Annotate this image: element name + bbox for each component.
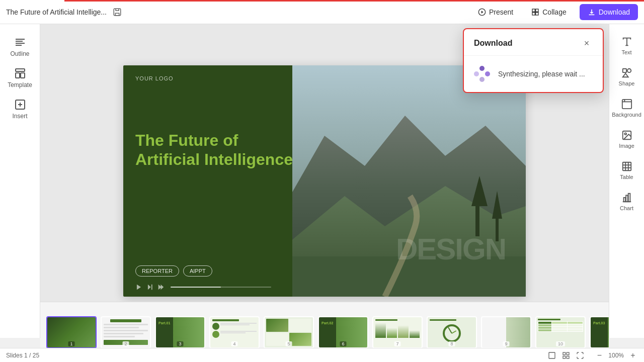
outline-label: Outline: [10, 50, 29, 57]
svg-point-35: [624, 133, 626, 135]
thumbnail-8[interactable]: 8: [427, 316, 477, 348]
shape-icon: [621, 67, 632, 78]
thumbnail-4[interactable]: 4: [209, 316, 260, 348]
left-sidebar: Outline Template Insert: [0, 24, 40, 338]
sidebar-item-insert[interactable]: Insert: [3, 95, 38, 124]
thumbnail-11[interactable]: Part.03 11: [590, 316, 609, 348]
slide-logo: YOUR LOGO: [135, 75, 174, 81]
svg-rect-11: [16, 69, 25, 71]
zoom-out-button[interactable]: −: [594, 350, 604, 360]
table-label: Table: [620, 174, 633, 180]
svg-rect-0: [114, 9, 121, 16]
modal-header: Download ×: [464, 29, 603, 56]
thumb-8-number: 8: [448, 341, 455, 346]
thumbnail-3[interactable]: Part.01 3: [155, 316, 205, 348]
svg-rect-44: [563, 356, 566, 358]
svg-rect-41: [549, 352, 555, 358]
thumbnail-6[interactable]: Part.02 6: [318, 316, 368, 348]
present-button[interactable]: Present: [473, 5, 518, 19]
insert-icon: [14, 99, 26, 111]
view-grid-icon: [562, 351, 570, 359]
slide-progress-fill: [171, 287, 221, 288]
right-sidebar-item-chart[interactable]: Chart: [612, 188, 642, 215]
shape-label: Shape: [619, 80, 635, 86]
download-label: Download: [599, 8, 630, 16]
svg-rect-4: [536, 9, 538, 12]
collage-icon: [531, 8, 539, 16]
modal-body: Synthesizing, please wait ...: [464, 56, 603, 92]
main-slide[interactable]: YOUR LOGO The Future of Artificial Intel…: [123, 65, 526, 297]
thumb-3-number: 3: [177, 341, 183, 346]
svg-rect-42: [563, 352, 566, 355]
thumb-9-number: 9: [503, 341, 509, 346]
header-actions: Present Collage Download: [473, 4, 638, 20]
slide-tags: REPORTER AIPPT: [135, 265, 212, 277]
view-fullscreen-button[interactable]: [574, 349, 586, 361]
svg-marker-29: [160, 285, 164, 290]
thumb-1-number: 1: [68, 341, 74, 346]
thumb-4-number: 4: [231, 341, 237, 346]
play-control-icon[interactable]: [135, 284, 142, 291]
collage-button[interactable]: Collage: [526, 5, 571, 19]
svg-rect-6: [536, 12, 538, 15]
thumb-7-number: 7: [394, 341, 400, 346]
sidebar-item-template[interactable]: Template: [3, 63, 38, 93]
svg-rect-3: [532, 9, 535, 12]
image-icon: [621, 130, 632, 141]
document-title: The Future of Artificial Intellige...: [6, 8, 107, 16]
modal-close-button[interactable]: ×: [581, 37, 593, 49]
right-sidebar-item-background[interactable]: Background: [612, 95, 642, 122]
status-bar: Slides 1 / 25 − 10: [0, 348, 644, 362]
header-title-area: The Future of Artificial Intellige...: [6, 6, 473, 19]
header: The Future of Artificial Intellige... Pr…: [0, 0, 644, 24]
thumbnail-7[interactable]: 7: [372, 316, 423, 348]
thumb-10-number: 10: [556, 341, 565, 346]
slide-controls: [135, 284, 271, 291]
play-icon: [478, 8, 486, 16]
thumb-6-number: 6: [340, 341, 346, 346]
collage-label: Collage: [542, 8, 566, 16]
svg-rect-13: [21, 73, 25, 78]
thumbnail-10[interactable]: 10: [535, 316, 586, 348]
chart-icon: [621, 192, 632, 203]
modal-title: Download: [474, 39, 512, 48]
right-sidebar-item-text[interactable]: Text: [612, 32, 642, 59]
svg-rect-45: [567, 356, 570, 358]
modal-message: Synthesizing, please wait ...: [498, 70, 585, 78]
skip-icon[interactable]: [146, 284, 153, 291]
outline-icon: [14, 36, 26, 48]
forward-icon[interactable]: [157, 284, 165, 291]
thumbnail-5[interactable]: 5: [264, 316, 314, 348]
view-normal-button[interactable]: [546, 349, 558, 361]
slide-title: The Future of Artificial Intelligence: [135, 131, 294, 169]
svg-rect-39: [626, 195, 628, 202]
zoom-level: 100%: [608, 352, 624, 359]
thumb-2-number: 2: [122, 341, 129, 346]
template-icon: [14, 67, 26, 79]
right-sidebar-item-image[interactable]: Image: [612, 126, 642, 153]
view-buttons: [546, 349, 586, 361]
slide-watermark: DESIGN: [396, 232, 506, 266]
thumbnail-1[interactable]: 1: [46, 316, 97, 348]
save-icon: [113, 8, 122, 17]
image-label: Image: [619, 143, 634, 149]
svg-marker-2: [481, 11, 484, 13]
fullscreen-icon: [576, 351, 584, 359]
svg-rect-40: [628, 194, 630, 202]
view-grid-button[interactable]: [560, 349, 572, 361]
template-label: Template: [8, 81, 32, 88]
download-button[interactable]: Download: [580, 4, 638, 20]
slide-left-panel: [123, 65, 292, 297]
right-sidebar-item-table[interactable]: Table: [612, 157, 642, 184]
right-sidebar: Text Shape Background Image Table Chart: [609, 24, 644, 338]
zoom-in-button[interactable]: +: [628, 350, 638, 360]
thumbnail-2[interactable]: 2: [101, 316, 151, 348]
svg-rect-5: [532, 12, 535, 15]
thumbnail-9[interactable]: 9: [481, 316, 531, 348]
header-accent-line: [64, 0, 644, 2]
background-label: Background: [612, 112, 641, 118]
right-sidebar-item-shape[interactable]: Shape: [612, 63, 642, 90]
save-button[interactable]: [111, 6, 124, 19]
sidebar-item-outline[interactable]: Outline: [3, 32, 38, 61]
present-label: Present: [489, 8, 513, 16]
